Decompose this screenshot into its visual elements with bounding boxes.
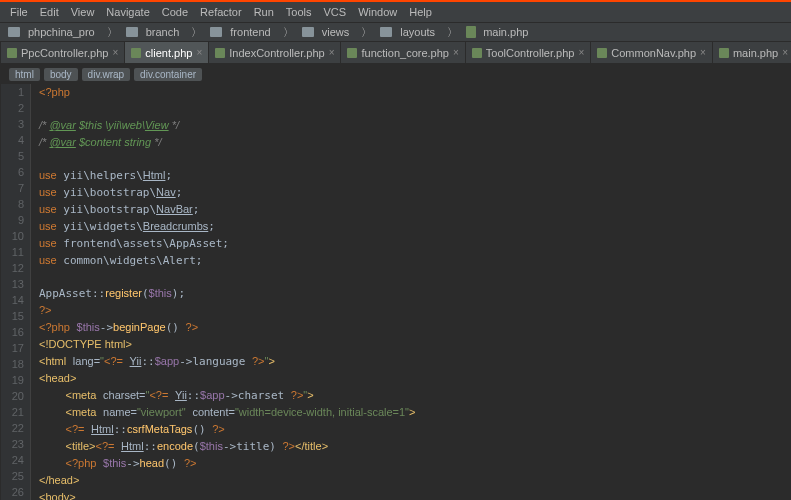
menu-run[interactable]: Run: [248, 6, 280, 18]
menu-edit[interactable]: Edit: [34, 6, 65, 18]
code-breadcrumb: html body div.wrap div.container: [1, 64, 791, 84]
php-file-icon: [7, 48, 17, 58]
nav-crumb[interactable]: layouts: [376, 26, 443, 38]
editor-tab[interactable]: IndexController.php×: [209, 42, 341, 64]
menu-vcs[interactable]: VCS: [318, 6, 353, 18]
tab-label: ToolController.php: [486, 47, 575, 59]
editor-tab[interactable]: client.php×: [125, 42, 209, 64]
editor-tab[interactable]: ToolController.php×: [466, 42, 592, 64]
folder-icon: [126, 27, 138, 37]
menu-code[interactable]: Code: [156, 6, 194, 18]
close-icon[interactable]: ×: [112, 47, 118, 58]
menubar: File Edit View Navigate Code Refactor Ru…: [0, 2, 791, 22]
editor-tabs: PpcController.php×client.php×IndexContro…: [1, 42, 791, 64]
breadcrumb-tag[interactable]: div.wrap: [82, 68, 131, 81]
php-file-icon: [347, 48, 357, 58]
menu-navigate[interactable]: Navigate: [100, 6, 155, 18]
close-icon[interactable]: ×: [329, 47, 335, 58]
editor-tab[interactable]: CommonNav.php×: [591, 42, 713, 64]
close-icon[interactable]: ×: [196, 47, 202, 58]
nav-crumb[interactable]: frontend: [206, 26, 278, 38]
menu-refactor[interactable]: Refactor: [194, 6, 248, 18]
close-icon[interactable]: ×: [700, 47, 706, 58]
menu-view[interactable]: View: [65, 6, 101, 18]
tab-label: IndexController.php: [229, 47, 324, 59]
close-icon[interactable]: ×: [453, 47, 459, 58]
folder-icon: [302, 27, 314, 37]
tab-label: function_core.php: [361, 47, 448, 59]
php-file-icon: [597, 48, 607, 58]
php-file-icon: [719, 48, 729, 58]
php-file-icon: [466, 26, 476, 38]
folder-icon: [210, 27, 222, 37]
line-gutter: 1234567891011121314151617181920212223242…: [1, 84, 31, 500]
tab-label: main.php: [733, 47, 778, 59]
code-editor[interactable]: <?php /* @var $this \yii\web\View */ /* …: [31, 84, 791, 500]
tab-label: CommonNav.php: [611, 47, 696, 59]
tab-label: client.php: [145, 47, 192, 59]
nav-crumb[interactable]: branch: [122, 26, 188, 38]
menu-window[interactable]: Window: [352, 6, 403, 18]
folder-icon: [8, 27, 20, 37]
breadcrumb-tag[interactable]: html: [9, 68, 40, 81]
nav-crumb[interactable]: main.php: [462, 26, 536, 38]
menu-file[interactable]: File: [4, 6, 34, 18]
editor-tab[interactable]: PpcController.php×: [1, 42, 125, 64]
folder-icon: [380, 27, 392, 37]
editor-tab[interactable]: main.php×: [713, 42, 791, 64]
breadcrumb-tag[interactable]: div.container: [134, 68, 202, 81]
menu-tools[interactable]: Tools: [280, 6, 318, 18]
close-icon[interactable]: ×: [782, 47, 788, 58]
php-file-icon: [131, 48, 141, 58]
navigation-bar: phpchina_pro 〉 branch 〉 frontend 〉 views…: [0, 22, 791, 42]
nav-crumb[interactable]: views: [298, 26, 358, 38]
breadcrumb-tag[interactable]: body: [44, 68, 78, 81]
menu-help[interactable]: Help: [403, 6, 438, 18]
php-file-icon: [472, 48, 482, 58]
nav-project[interactable]: phpchina_pro: [4, 26, 103, 38]
tab-label: PpcController.php: [21, 47, 108, 59]
php-file-icon: [215, 48, 225, 58]
editor-tab[interactable]: function_core.php×: [341, 42, 465, 64]
close-icon[interactable]: ×: [578, 47, 584, 58]
